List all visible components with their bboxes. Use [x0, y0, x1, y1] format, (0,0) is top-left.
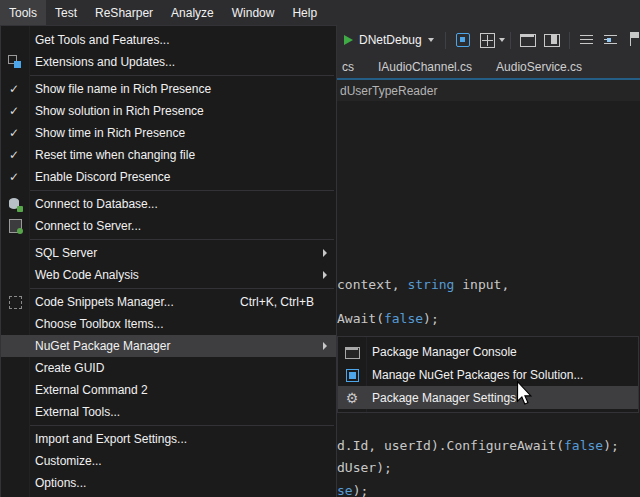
- menu-item-shortcut: Ctrl+K, Ctrl+B: [240, 295, 314, 309]
- menubar-item-test[interactable]: Test: [46, 0, 86, 25]
- menu-item-connect-to-database[interactable]: Connect to Database...: [1, 193, 336, 215]
- nuget-package-manager-submenu: Package Manager Console Manage NuGet Pac…: [337, 336, 639, 413]
- menu-item-sql-server[interactable]: SQL Server: [1, 242, 336, 264]
- toolbar-separator: [569, 32, 570, 49]
- menu-item-label: Manage NuGet Packages for Solution...: [372, 368, 583, 382]
- menu-separator: [30, 75, 334, 76]
- increase-indent-icon[interactable]: [600, 29, 622, 51]
- console-icon: [344, 344, 360, 360]
- menubar-item-analyze[interactable]: Analyze: [162, 0, 223, 25]
- menu-item-extensions-and-updates[interactable]: Extensions and Updates...: [1, 51, 336, 73]
- code-line: Await(false);: [337, 311, 439, 326]
- menu-item-label: Extensions and Updates...: [35, 55, 175, 69]
- code-snippets-icon: [7, 294, 23, 310]
- menu-item-show-time-rich-presence[interactable]: Show time in Rich Presence: [1, 122, 336, 144]
- menu-item-connect-to-server[interactable]: Connect to Server...: [1, 215, 336, 237]
- code-line: context, string input,: [337, 277, 509, 292]
- menu-item-label: Options...: [35, 476, 86, 490]
- document-tab-audioservice[interactable]: AudioService.cs: [484, 55, 594, 80]
- menu-item-label: Package Manager Settings: [372, 391, 516, 405]
- menu-item-reset-time-when-changing-file[interactable]: Reset time when changing file: [1, 144, 336, 166]
- menu-item-show-file-name-rich-presence[interactable]: Show file name in Rich Presence: [1, 78, 336, 100]
- submenu-arrow-icon: [323, 271, 327, 279]
- menu-item-label: External Command 2: [35, 383, 148, 397]
- toggle-bookmark-icon[interactable]: [624, 29, 640, 51]
- checkmark-icon: [9, 149, 19, 161]
- code-line: se);: [337, 483, 368, 497]
- menu-item-show-solution-rich-presence[interactable]: Show solution in Rich Presence: [1, 100, 336, 122]
- menu-separator: [30, 425, 334, 426]
- code-line: d.Id, userId).ConfigureAwait(false);: [337, 438, 619, 453]
- menu-separator: [30, 288, 334, 289]
- menu-item-nuget-package-manager[interactable]: NuGet Package Manager: [1, 335, 336, 357]
- checkmark-icon: [9, 83, 19, 95]
- submenu-arrow-icon: [323, 342, 327, 350]
- find-in-files-icon[interactable]: [476, 29, 498, 51]
- chevron-down-icon[interactable]: [499, 38, 505, 42]
- package-icon: [344, 367, 360, 383]
- menu-item-code-snippets-manager[interactable]: Code Snippets Manager...Ctrl+K, Ctrl+B: [1, 291, 336, 313]
- breadcrumb[interactable]: dUserTypeReader: [340, 84, 437, 98]
- menu-item-label: Enable Discord Presence: [35, 170, 170, 184]
- menubar-item-label: Window: [232, 6, 275, 20]
- menu-item-label: Package Manager Console: [372, 345, 517, 359]
- menu-item-label: Show solution in Rich Presence: [35, 104, 204, 118]
- menu-item-label: Create GUID: [35, 361, 104, 375]
- menu-item-enable-discord-presence[interactable]: Enable Discord Presence: [1, 166, 336, 188]
- attach-to-process-icon[interactable]: [452, 29, 474, 51]
- menu-separator: [30, 190, 334, 191]
- menubar-item-label: Help: [292, 6, 317, 20]
- menu-item-label: Show time in Rich Presence: [35, 126, 185, 140]
- submenu-item-manage-nuget-packages-for-solution[interactable]: Manage NuGet Packages for Solution...: [338, 363, 638, 386]
- database-icon: [7, 196, 23, 212]
- menu-item-import-and-export-settings[interactable]: Import and Export Settings...: [1, 428, 336, 450]
- debug-target-label: DNetDebug: [359, 33, 422, 47]
- menu-item-label: Reset time when changing file: [35, 148, 195, 162]
- new-window-icon[interactable]: [517, 29, 539, 51]
- menu-item-label: Connect to Database...: [35, 197, 158, 211]
- document-tab-iaudiochannel[interactable]: IAudioChannel.cs: [366, 55, 484, 80]
- menu-item-create-guid[interactable]: Create GUID: [1, 357, 336, 379]
- menubar-item-resharper[interactable]: ReSharper: [86, 0, 162, 25]
- menu-item-label: Customize...: [35, 454, 102, 468]
- tab-label: IAudioChannel.cs: [378, 60, 472, 74]
- menubar-item-label: Analyze: [171, 6, 214, 20]
- mouse-cursor: [516, 381, 533, 406]
- menubar-item-window[interactable]: Window: [223, 0, 284, 25]
- start-debugging-button[interactable]: DNetDebug: [338, 33, 440, 47]
- tools-menu: Get Tools and Features... Extensions and…: [0, 25, 337, 497]
- menubar-item-tools[interactable]: Tools: [0, 0, 46, 25]
- decrease-indent-icon[interactable]: [576, 29, 598, 51]
- chevron-down-icon: [428, 38, 434, 42]
- menu-item-external-tools[interactable]: External Tools...: [1, 401, 336, 423]
- submenu-item-package-manager-settings[interactable]: Package Manager Settings: [338, 386, 638, 409]
- checkmark-icon: [9, 127, 19, 139]
- menu-item-label: Get Tools and Features...: [35, 33, 170, 47]
- menu-separator: [30, 239, 334, 240]
- menubar-item-help[interactable]: Help: [283, 0, 326, 25]
- menu-item-label: External Tools...: [35, 405, 120, 419]
- menu-item-label: NuGet Package Manager: [35, 339, 170, 353]
- checkmark-icon: [9, 171, 19, 183]
- menubar: Tools Test ReSharper Analyze Window Help: [0, 0, 640, 25]
- window-layout-icon[interactable]: [541, 29, 563, 51]
- menu-item-label: Web Code Analysis: [35, 268, 139, 282]
- menu-item-label: Show file name in Rich Presence: [35, 82, 211, 96]
- play-icon: [344, 35, 353, 45]
- menu-item-web-code-analysis[interactable]: Web Code Analysis: [1, 264, 336, 286]
- menu-item-get-tools-and-features[interactable]: Get Tools and Features...: [1, 29, 336, 51]
- menu-item-customize[interactable]: Customize...: [1, 450, 336, 472]
- menu-item-label: SQL Server: [35, 246, 97, 260]
- submenu-arrow-icon: [323, 249, 327, 257]
- toolbar-separator: [510, 32, 511, 49]
- submenu-item-package-manager-console[interactable]: Package Manager Console: [338, 340, 638, 363]
- menu-item-label: Choose Toolbox Items...: [35, 317, 164, 331]
- menu-item-external-command-2[interactable]: External Command 2: [1, 379, 336, 401]
- menubar-item-label: ReSharper: [95, 6, 153, 20]
- menu-item-choose-toolbox-items[interactable]: Choose Toolbox Items...: [1, 313, 336, 335]
- menubar-item-label: Tools: [9, 6, 37, 20]
- menu-item-label: Connect to Server...: [35, 219, 141, 233]
- code-line: dUser);: [337, 460, 392, 475]
- menubar-item-label: Test: [55, 6, 77, 20]
- menu-item-options[interactable]: Options...: [1, 472, 336, 494]
